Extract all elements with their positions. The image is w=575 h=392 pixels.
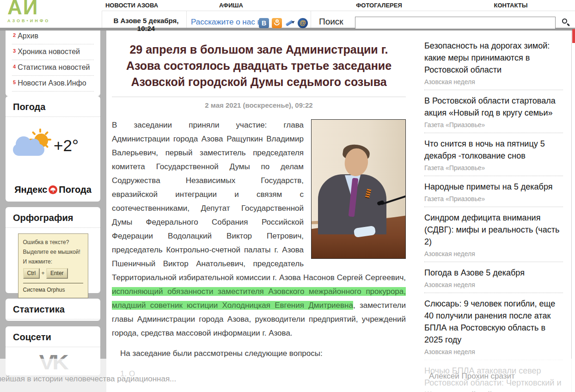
menu-number: 4 (13, 64, 16, 69)
orphus-line-3: И нажмите: (23, 258, 83, 265)
search-icon-handle (567, 23, 570, 26)
news-ticker-popup-right[interactable]: Алексей Прохин сразит (397, 359, 575, 392)
menu-label: Новости Азов.Инфо (18, 79, 86, 87)
header-divider (102, 11, 575, 11)
news-item[interactable]: Безопасность на дорогах зимой: какие мер… (424, 35, 563, 90)
orphus-system-link[interactable]: Система Orphus (23, 287, 83, 293)
news-source: Газета «Приазовье» (424, 195, 563, 202)
news-item[interactable]: В Ростовской области стартовала акция «Н… (424, 90, 563, 133)
city-date: В Азове 5 декабря, 10:24 (105, 17, 187, 32)
menu-number: 3 (13, 48, 16, 54)
header: АИ АЗОВ•ИНФО НОВОСТИ АЗОВА АФИША ФОТОГАЛ… (0, 0, 575, 28)
title-divider (112, 97, 406, 97)
sidebar-item-chronicle[interactable]: 3Хроника новостей (12, 44, 94, 60)
search-icon (562, 18, 567, 24)
social-card-title: Соцсети (6, 326, 100, 347)
sidebar-item-azov-info-news[interactable]: 5Новости Азов.Инфо (12, 76, 94, 92)
temperature-value: +2° (54, 136, 79, 155)
article-photo (311, 119, 406, 259)
scrollbar-thumb[interactable] (572, 29, 575, 43)
left-sidebar: 2Архив 3Хроника новостей 4Статистика нов… (0, 31, 106, 392)
sidebar-item-archive[interactable]: 2Архив (12, 29, 94, 44)
menu-label: Хроника новостей (18, 48, 80, 55)
orthography-card-title: Орфография (6, 207, 100, 228)
menu-number: 5 (13, 80, 16, 85)
yandex-weather-icon (49, 185, 57, 194)
cloud-icon (13, 144, 44, 156)
weather-card-title: Погода (6, 96, 100, 117)
news-source: Газета «Приазовье» (424, 164, 563, 172)
search-input[interactable] (355, 17, 556, 29)
news-source: Азовская неделя (424, 250, 563, 257)
ticker-text-left: пнейшая в истории человечества радиацион… (0, 374, 176, 384)
mailru-share-icon[interactable]: @ (298, 18, 308, 28)
yandex-weather-link[interactable]: ЯндексПогода (6, 184, 100, 195)
search-label: Поиск (319, 17, 343, 27)
article-date: 2 мая 2021 (воскресенье), 09:22 (106, 101, 411, 109)
orphus-keys-row: Ctrl + Enter (23, 268, 83, 279)
sun-ray (32, 131, 36, 135)
news-item[interactable]: Слюсарь: 9 человек погибли, еще 40 получ… (424, 293, 563, 360)
header-vdivider-1 (102, 11, 102, 28)
odnoklassniki-share-icon[interactable] (272, 18, 282, 28)
ctrl-key: Ctrl (23, 268, 40, 279)
nav-item-news[interactable]: НОВОСТИ АЗОВА (86, 2, 178, 9)
news-title: Слюсарь: 9 человек погибли, еще 40 получ… (424, 298, 563, 346)
ok-head-shape (275, 19, 279, 23)
orphus-widget: Ошибка в тексте? Выделите ее мышкой! И н… (18, 233, 88, 298)
nav-item-photogallery[interactable]: ФОТОГАЛЕРЕЯ (340, 2, 418, 9)
header-vdivider-3 (311, 11, 311, 28)
nav-item-contacts[interactable]: КОНТАКТЫ (474, 2, 548, 9)
ticker-text-right: Алексей Прохин сразит (429, 372, 515, 381)
plus-sign: + (42, 270, 45, 276)
weather-widget: +2° (6, 132, 100, 174)
article-body: В заседании приняли участие: глава Админ… (112, 118, 406, 381)
news-source: Газета «Приазовье» (424, 121, 563, 129)
news-title: Безопасность на дорогах зимой: какие мер… (424, 40, 563, 76)
menu-label: Статистика новостей (18, 63, 90, 71)
statistics-card-title: Статистика (6, 299, 100, 319)
pogoda-label: Погода (59, 184, 91, 195)
news-ticker-popup-left[interactable]: пнейшая в истории человечества радиацион… (0, 359, 177, 392)
news-item[interactable]: Погода в Азове 5 декабря Азовская неделя (424, 262, 563, 293)
news-item[interactable]: Народные приметы на 5 декабря Газета «Пр… (424, 176, 563, 207)
news-source: Азовская неделя (424, 78, 563, 86)
logo-glyphs: АИ (7, 0, 67, 18)
sidebar-item-news-stats[interactable]: 4Статистика новостей (12, 60, 94, 76)
menu-label: Архив (18, 32, 38, 40)
site-logo[interactable]: АИ АЗОВ•ИНФО (7, 0, 67, 23)
news-title: Народные приметы на 5 декабря (424, 181, 563, 193)
share-label: Расскажите о нас в (191, 18, 261, 27)
ok-body-shape (274, 23, 280, 25)
statistics-card: Статистика (6, 299, 100, 321)
pencil-share-icon[interactable] (285, 18, 295, 28)
news-title: Что снится в ночь на пятницу 5 декабря -… (424, 138, 563, 162)
news-item[interactable]: Синдром дефицита внимания (СДВГ): мифы и… (424, 207, 563, 262)
news-title: В Ростовской области стартовала акция «Н… (424, 95, 563, 119)
article-title: 29 апреля в большом зале Администрации г… (115, 42, 403, 90)
yandex-label: Яндекс (14, 184, 47, 195)
orphus-divider (23, 283, 83, 283)
nav-item-afisha[interactable]: АФИША (194, 2, 268, 9)
menu-number: 2 (13, 32, 16, 38)
article-column: 29 апреля в большом зале Администрации г… (106, 31, 411, 392)
news-item[interactable]: Что снится в ночь на пятницу 5 декабря -… (424, 133, 563, 176)
news-title: Синдром дефицита внимания (СДВГ): мифы и… (424, 212, 563, 248)
orphus-line-1: Ошибка в тексте? (23, 239, 83, 245)
news-feed: Безопасность на дорогах зимой: какие мер… (416, 31, 572, 392)
pencil-tip-shape (292, 20, 295, 24)
vk-share-icon[interactable]: В (259, 18, 269, 28)
orphus-line-2: Выделите ее мышкой! (23, 249, 83, 255)
news-source: Азовская неделя (424, 281, 563, 288)
orthography-card: Орфография Ошибка в тексте? Выделите ее … (6, 207, 100, 293)
enter-key: Enter (46, 268, 68, 279)
page: АИ АЗОВ•ИНФО НОВОСТИ АЗОВА АФИША ФОТОГАЛ… (0, 0, 575, 392)
search-button[interactable] (560, 18, 571, 29)
sun-ray (39, 129, 41, 133)
news-title: Погода в Азове 5 декабря (424, 267, 563, 279)
news-source: Азовская неделя (424, 348, 563, 355)
weather-card: Погода +2° ЯндексПогода (6, 96, 100, 202)
logo-caption: АЗОВ•ИНФО (7, 18, 67, 23)
